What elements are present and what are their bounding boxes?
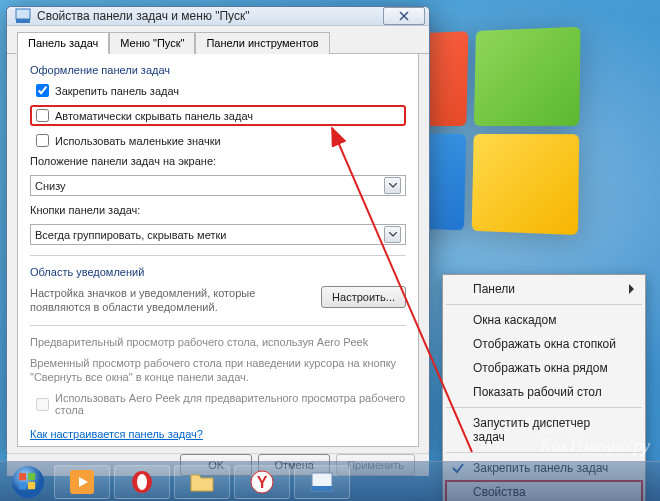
taskbar-app-properties-window[interactable] [294,465,350,499]
checkbox-input[interactable] [36,109,49,122]
divider [30,255,406,256]
tab-label: Панель задач [28,37,98,49]
svg-rect-1 [16,9,30,19]
chevron-down-icon [384,226,401,243]
svg-rect-0 [16,19,30,23]
checkbox-input[interactable] [36,134,49,147]
media-player-icon [70,470,94,494]
aero-description: Временный просмотр рабочего стола при на… [30,356,406,385]
checkbox-input[interactable] [36,84,49,97]
chevron-down-icon [384,177,401,194]
svg-rect-14 [312,486,332,491]
close-button[interactable] [383,7,425,25]
position-combobox[interactable]: Снизу [30,175,406,196]
titlebar-text: Свойства панели задач и меню "Пуск" [37,9,383,23]
group-aero-label: Предварительный просмотр рабочего стола,… [30,336,406,348]
taskbar-app-media-player[interactable] [54,465,110,499]
ctx-label: Окна каскадом [473,313,557,327]
window-icon [311,472,333,492]
titlebar-icon [15,8,31,24]
svg-rect-7 [28,482,35,489]
separator [446,304,642,305]
group-design-label: Оформление панели задач [30,64,406,76]
checkbox-label: Закрепить панель задач [55,85,179,97]
tab-taskbar[interactable]: Панель задач [17,32,109,54]
position-label: Положение панели задач на экране: [30,155,406,167]
svg-text:Y: Y [257,474,268,491]
combobox-value: Всегда группировать, скрывать метки [35,229,384,241]
checkbox-label: Автоматически скрывать панель задач [55,110,253,122]
ctx-side-by-side[interactable]: Отображать окна рядом [445,356,643,380]
tab-label: Панели инструментов [206,37,318,49]
ctx-label: Отображать окна стопкой [473,337,616,351]
ctx-cascade[interactable]: Окна каскадом [445,308,643,332]
close-icon [399,11,409,21]
checkbox-label: Использовать маленькие значки [55,135,221,147]
help-link[interactable]: Как настраивается панель задач? [30,428,203,440]
windows-orb-icon [11,465,45,499]
ctx-show-desktop[interactable]: Показать рабочий стол [445,380,643,404]
chevron-right-icon [629,284,635,294]
tab-toolbars[interactable]: Панели инструментов [195,32,329,54]
svg-point-3 [12,466,44,498]
notif-description: Настройка значков и уведомлений, которые… [30,286,311,315]
start-button[interactable] [6,464,50,500]
checkbox-label: Использовать Aero Peek для предварительн… [55,392,406,416]
checkbox-input [36,398,49,411]
buttons-label: Кнопки панели задач: [30,204,406,216]
opera-icon [130,470,154,494]
svg-rect-4 [19,473,26,480]
taskbar-app-explorer[interactable] [174,465,230,499]
buttons-combobox[interactable]: Всегда группировать, скрывать метки [30,224,406,245]
svg-point-10 [137,474,147,490]
watermark: КакИменно.ру [540,436,650,457]
checkbox-lock-taskbar[interactable]: Закрепить панель задач [30,84,406,97]
ctx-panels[interactable]: Панели [445,277,643,301]
checkbox-auto-hide[interactable]: Автоматически скрывать панель задач [30,105,406,126]
checkbox-aero-peek: Использовать Aero Peek для предварительн… [30,392,406,416]
ctx-label: Отображать окна рядом [473,361,608,375]
tab-body: Оформление панели задач Закрепить панель… [17,54,419,447]
taskbar[interactable]: Y [0,461,660,501]
svg-rect-5 [28,473,35,480]
svg-rect-6 [19,482,26,489]
tab-label: Меню "Пуск" [120,37,184,49]
tab-start-menu[interactable]: Меню "Пуск" [109,32,195,54]
customize-button[interactable]: Настроить... [321,286,406,308]
titlebar[interactable]: Свойства панели задач и меню "Пуск" [7,7,429,26]
ctx-label: Панели [473,282,515,296]
ctx-label: Показать рабочий стол [473,385,602,399]
checkbox-small-icons[interactable]: Использовать маленькие значки [30,134,406,147]
divider [30,325,406,326]
taskbar-properties-dialog: Свойства панели задач и меню "Пуск" Пане… [6,6,430,456]
combobox-value: Снизу [35,180,384,192]
separator [446,407,642,408]
taskbar-app-yandex[interactable]: Y [234,465,290,499]
taskbar-app-opera[interactable] [114,465,170,499]
yandex-icon: Y [250,470,274,494]
tab-strip: Панель задач Меню "Пуск" Панели инструме… [7,26,429,54]
group-notif-label: Область уведомлений [30,266,406,278]
folder-icon [189,471,215,493]
ctx-stack[interactable]: Отображать окна стопкой [445,332,643,356]
